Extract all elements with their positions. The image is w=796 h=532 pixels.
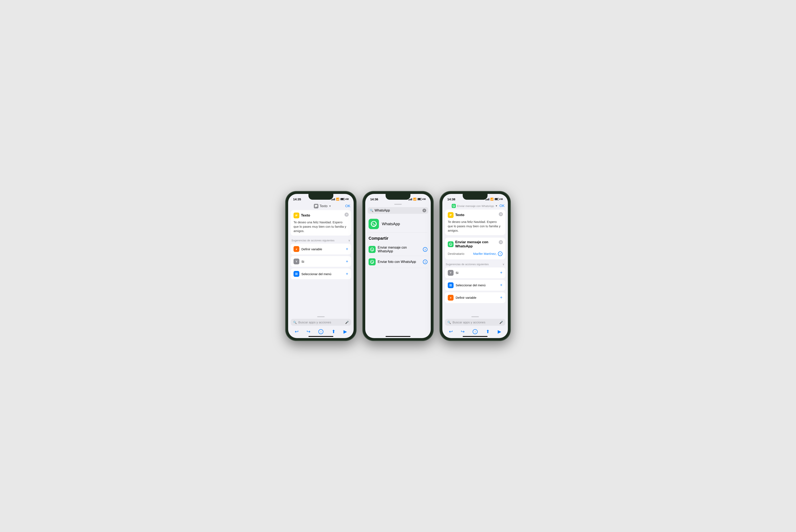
- share-button-3[interactable]: ⬆: [486, 329, 489, 334]
- drag-indicator-1: [317, 316, 325, 317]
- svg-rect-16: [450, 215, 451, 216]
- suggestions-label-1: Sugerencias de acciones siguientes: [292, 239, 334, 242]
- status-icons-2: 📶 66: [408, 198, 426, 201]
- svg-rect-18: [449, 284, 452, 285]
- texto-card-title-3: Texto: [455, 213, 464, 217]
- undo-button-1[interactable]: ↩: [295, 329, 298, 334]
- phone-1: 14:35 📶 68: [286, 191, 356, 341]
- suggestion-plus-si[interactable]: +: [346, 259, 348, 264]
- info-btn-foto[interactable]: i: [423, 260, 427, 264]
- suggestion-label-variable: Definir variable: [301, 247, 322, 251]
- nav-bar-1: Texto ▼ OK: [288, 203, 354, 210]
- suggestion-label-menu-3: Seleccionar del menú: [456, 283, 485, 287]
- search-icon-2: 🔍: [370, 209, 373, 212]
- search-screen-bar-2: 🔍 WhatsApp ✕: [365, 206, 431, 215]
- search-clear-2[interactable]: ✕: [423, 209, 426, 212]
- svg-rect-0: [315, 205, 317, 207]
- variable-icon: x: [294, 246, 299, 252]
- suggestions-chevron-1[interactable]: ∨: [348, 239, 350, 242]
- time-2: 14:36: [370, 197, 378, 201]
- ok-button-1[interactable]: OK: [345, 204, 350, 208]
- add-destinatario-btn[interactable]: +: [498, 251, 502, 256]
- suggestions-label-3: Sugerencias de acciones siguientes: [446, 263, 488, 266]
- suggestion-row-menu[interactable]: Seleccionar del menú +: [291, 268, 351, 279]
- play-button-1[interactable]: ▶: [344, 329, 347, 334]
- send-card-close-3[interactable]: ✕: [499, 240, 503, 244]
- info-btn-mensaje[interactable]: i: [423, 247, 427, 252]
- wifi-icon-3: 📶: [490, 198, 494, 201]
- svg-rect-7: [295, 274, 298, 274]
- nav-icon-texto: [314, 204, 318, 208]
- info-button-3[interactable]: i: [473, 329, 478, 334]
- whatsapp-app-icon: [369, 219, 379, 229]
- search-input-value-2: WhatsApp: [374, 209, 421, 212]
- phone-screen-3: 14:38 📶 66: [442, 194, 508, 338]
- nav-chevron-1: ▼: [329, 205, 331, 208]
- suggestion-plus-variable[interactable]: +: [346, 247, 348, 251]
- texto-card-close-3[interactable]: ✕: [499, 212, 503, 216]
- nav-chevron-3: ▼: [495, 205, 498, 207]
- bottom-toolbar-1: ↩ ↪ i ⬆ ▶: [288, 327, 354, 335]
- info-button-1[interactable]: i: [318, 329, 323, 334]
- texto-card-close-1[interactable]: ✕: [345, 212, 349, 217]
- suggestion-row-si-3[interactable]: Y Si +: [445, 267, 505, 278]
- send-card-3: Enviar mensaje con WhatsApp ✕ Destinatar…: [445, 238, 505, 259]
- menu-icon: [294, 271, 299, 277]
- suggestions-header-3: Sugerencias de acciones siguientes ∨: [445, 262, 505, 267]
- svg-rect-20: [449, 286, 452, 286]
- nav-title-1[interactable]: Texto ▼: [314, 204, 331, 208]
- si-icon-3: Y: [448, 270, 453, 276]
- bottom-area-1: 🔍 Buscar apps y acciones 🎤: [288, 315, 354, 327]
- home-indicator-1: [309, 336, 333, 337]
- time-3: 14:38: [447, 197, 455, 201]
- suggestion-row-menu-3[interactable]: Seleccionar del menú +: [445, 280, 505, 291]
- search-bar-1[interactable]: 🔍 Buscar apps y acciones 🎤: [291, 319, 351, 326]
- suggestion-label-variable-3: Definir variable: [456, 296, 476, 299]
- wifi-icon-1: 📶: [336, 198, 339, 201]
- svg-rect-3: [295, 215, 297, 215]
- scroll-content-3[interactable]: Texto ✕ Te deseo una feliz Navidad. Espe…: [442, 210, 508, 315]
- svg-rect-4: [295, 215, 297, 216]
- drag-indicator-top-2: [365, 203, 431, 206]
- action-icon-mensaje: [369, 246, 376, 253]
- texto-card-body-3: Te deseo una feliz Navidad. Espero que l…: [448, 220, 502, 233]
- suggestion-label-si: Si: [301, 260, 304, 263]
- suggestion-label-si-3: Si: [456, 271, 458, 274]
- svg-rect-19: [449, 285, 452, 285]
- texto-card-body-1: Te deseo una feliz Navidad. Espero que l…: [294, 220, 348, 233]
- destinatario-value[interactable]: Marifer Martínez, +: [473, 251, 502, 256]
- suggestions-header-1: Sugerencias de acciones siguientes ∨: [291, 238, 351, 244]
- ok-button-3[interactable]: OK: [499, 204, 504, 208]
- nav-title-3[interactable]: Enviar mensaje con WhatsApp ▼: [452, 204, 498, 208]
- undo-button-3[interactable]: ↩: [449, 329, 453, 334]
- phone-screen-2: 14:36 📶 66: [365, 194, 431, 338]
- play-button-3[interactable]: ▶: [498, 329, 501, 334]
- suggestion-plus-menu-3[interactable]: +: [500, 283, 502, 288]
- search-content-2[interactable]: WhatsApp Compartir Enviar mensaje con Wh…: [365, 215, 431, 335]
- bottom-area-3: 🔍 Buscar apps y acciones 🎤: [442, 315, 508, 327]
- search-field-2[interactable]: 🔍 WhatsApp ✕: [368, 207, 428, 214]
- svg-point-1: [315, 207, 316, 207]
- search-bar-3[interactable]: 🔍 Buscar apps y acciones 🎤: [445, 319, 505, 326]
- suggestion-row-si[interactable]: Y Si +: [291, 256, 351, 267]
- redo-button-1[interactable]: ↪: [307, 329, 310, 334]
- action-label-mensaje: Enviar mensaje con WhatsApp: [378, 246, 423, 253]
- battery-icon-3: 66: [495, 198, 503, 200]
- scroll-content-1[interactable]: Texto ✕ Te deseo una feliz Navidad. Espe…: [288, 210, 354, 315]
- suggestion-plus-si-3[interactable]: +: [500, 270, 502, 275]
- suggestion-row-variable[interactable]: x Definir variable +: [291, 244, 351, 254]
- suggestion-row-variable-3[interactable]: x Definir variable +: [445, 292, 505, 303]
- suggestion-plus-menu[interactable]: +: [346, 271, 348, 277]
- whatsapp-app-row[interactable]: WhatsApp: [369, 217, 427, 233]
- suggestions-chevron-3[interactable]: ∨: [502, 263, 504, 266]
- texto-card-3: Texto ✕ Te deseo una feliz Navidad. Espe…: [445, 210, 505, 235]
- action-row-mensaje[interactable]: Enviar mensaje con WhatsApp i: [369, 243, 427, 256]
- notch-2: [386, 194, 410, 200]
- suggestion-plus-variable-3[interactable]: +: [500, 295, 502, 300]
- battery-icon-1: 68: [340, 198, 349, 200]
- whatsapp-app-name: WhatsApp: [382, 222, 400, 226]
- action-row-foto[interactable]: Enviar foto con WhatsApp i: [369, 256, 427, 268]
- share-button-1[interactable]: ⬆: [332, 329, 335, 334]
- svg-rect-14: [450, 214, 452, 215]
- redo-button-3[interactable]: ↪: [461, 329, 465, 334]
